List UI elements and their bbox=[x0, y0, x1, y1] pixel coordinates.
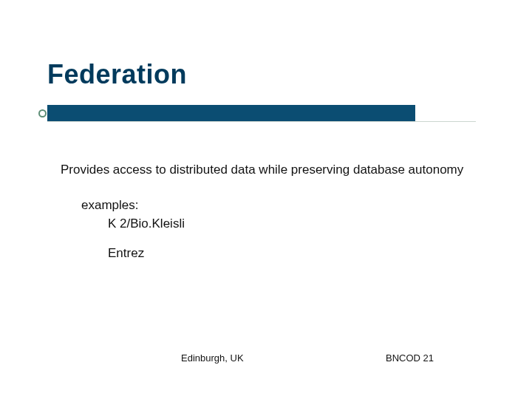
footer-left: Edinburgh, UK bbox=[181, 352, 244, 364]
bullet-ring-icon bbox=[38, 109, 47, 117]
footer-right: BNCOD 21 bbox=[386, 352, 434, 364]
page-title: Federation bbox=[47, 59, 187, 90]
title-underline-bar bbox=[47, 105, 415, 121]
slide: Federation Provides access to distribute… bbox=[0, 0, 532, 399]
title-underline-thin bbox=[47, 121, 476, 122]
example-item-2: Entrez bbox=[108, 246, 144, 261]
body-text: Provides access to distributed data whil… bbox=[61, 163, 463, 177]
examples-label: examples: bbox=[81, 198, 138, 213]
example-item-1: K 2/Bio.Kleisli bbox=[108, 216, 185, 231]
